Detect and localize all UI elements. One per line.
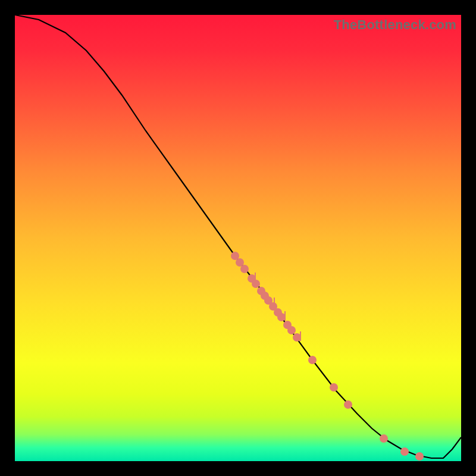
data-marker: [330, 383, 338, 392]
data-marker: [415, 452, 424, 461]
data-marker: [344, 400, 352, 409]
data-marker: [277, 313, 286, 321]
data-marker: [400, 447, 409, 456]
data-marker: [380, 434, 388, 443]
bottleneck-curve: [15, 15, 461, 458]
data-marker: [308, 356, 317, 364]
marker-dots-group: [231, 252, 424, 461]
data-marker: [287, 326, 296, 334]
plot-area: TheBottleneck.com: [15, 15, 461, 461]
chart-frame: TheBottleneck.com: [0, 0, 476, 476]
data-marker: [293, 333, 301, 342]
data-marker: [240, 265, 249, 273]
chart-svg: [15, 15, 461, 461]
data-marker: [252, 280, 260, 288]
